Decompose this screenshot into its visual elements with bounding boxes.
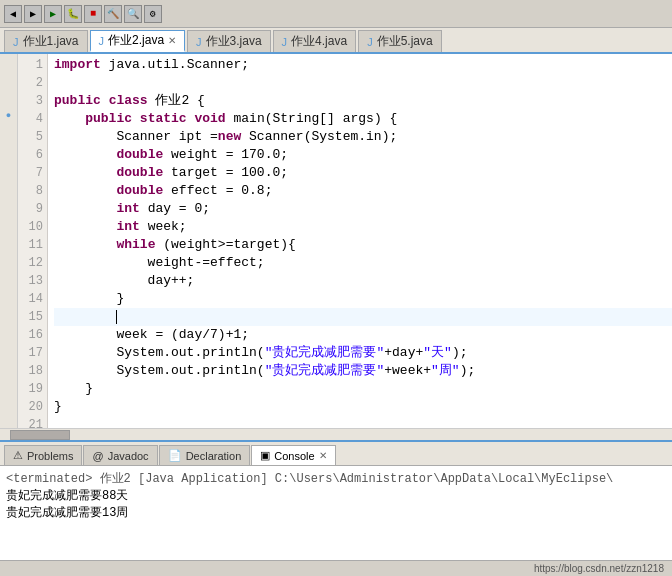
toolbar: ◀ ▶ ▶ 🐛 ■ 🔨 🔍 ⚙ <box>0 0 672 28</box>
toolbar-debug[interactable]: 🐛 <box>64 5 82 23</box>
tab-java2[interactable]: J 作业2.java ✕ <box>90 30 186 52</box>
code-line-16: week = (day/7)+1; <box>54 326 672 344</box>
tab-declaration-label: Declaration <box>186 450 242 462</box>
gutter-row-2 <box>0 72 18 90</box>
tab-problems[interactable]: ⚠ Problems <box>4 445 82 465</box>
gutter-row-1 <box>0 54 18 72</box>
status-bar: https://blog.csdn.net/zzn1218 <box>0 560 672 576</box>
code-editor[interactable]: import java.util.Scanner; public class 作… <box>48 54 672 428</box>
code-line-3: public class 作业2 { <box>54 92 672 110</box>
toolbar-back[interactable]: ◀ <box>4 5 22 23</box>
gutter-row-13 <box>0 268 18 286</box>
java-file-icon-5: J <box>367 36 373 48</box>
code-line-12: weight-=effect; <box>54 254 672 272</box>
tab-java5-label: 作业5.java <box>377 33 433 50</box>
line-numbers: 1 2 3 4 5 6 7 8 9 10 11 12 13 14 15 16 1… <box>18 54 48 428</box>
gutter-row-15 <box>0 303 18 321</box>
horizontal-scrollbar[interactable] <box>0 428 672 440</box>
gutter-row-8 <box>0 179 18 197</box>
gutter-row-6 <box>0 143 18 161</box>
gutter-row-14 <box>0 286 18 304</box>
tab-console-label: Console <box>274 450 314 462</box>
code-line-14: } <box>54 290 672 308</box>
javadoc-icon: @ <box>92 450 103 462</box>
code-line-21 <box>54 416 672 428</box>
console-output-line-2: 贵妃完成减肥需要13周 <box>6 504 666 521</box>
tab-javadoc-label: Javadoc <box>108 450 149 462</box>
code-line-6: double weight = 170.0; <box>54 146 672 164</box>
code-line-13: day++; <box>54 272 672 290</box>
code-line-11: while (weight>=target){ <box>54 236 672 254</box>
java-file-icon-3: J <box>196 36 202 48</box>
editor-gutter: ● <box>0 54 18 428</box>
scrollbar-thumb[interactable] <box>10 430 70 440</box>
gutter-row-17 <box>0 339 18 357</box>
code-line-7: double target = 100.0; <box>54 164 672 182</box>
code-line-8: double effect = 0.8; <box>54 182 672 200</box>
declaration-icon: 📄 <box>168 449 182 462</box>
code-line-17: System.out.println("贵妃完成减肥需要"+day+"天"); <box>54 344 672 362</box>
problems-icon: ⚠ <box>13 449 23 462</box>
gutter-row-9 <box>0 197 18 215</box>
code-line-1: import java.util.Scanner; <box>54 56 672 74</box>
gutter-row-11 <box>0 232 18 250</box>
editor-container: ● 1 2 3 4 5 6 7 8 9 10 11 12 13 14 15 16 <box>0 54 672 428</box>
console-icon: ▣ <box>260 449 270 462</box>
gutter-row-3 <box>0 90 18 108</box>
code-line-10: int week; <box>54 218 672 236</box>
code-line-2 <box>54 74 672 92</box>
gutter-row-12 <box>0 250 18 268</box>
status-url: https://blog.csdn.net/zzn1218 <box>534 563 664 574</box>
tab-java1-label: 作业1.java <box>23 33 79 50</box>
tab-java5[interactable]: J 作业5.java <box>358 30 442 52</box>
toolbar-forward[interactable]: ▶ <box>24 5 42 23</box>
gutter-row-20 <box>0 392 18 410</box>
java-file-icon-2: J <box>99 35 105 47</box>
console-close-icon[interactable]: ✕ <box>319 450 327 461</box>
gutter-row-19 <box>0 375 18 393</box>
gutter-row-18 <box>0 357 18 375</box>
tab-java3-label: 作业3.java <box>206 33 262 50</box>
console-terminated-line: <terminated> 作业2 [Java Application] C:\U… <box>6 470 666 487</box>
toolbar-run[interactable]: ▶ <box>44 5 62 23</box>
tab-console[interactable]: ▣ Console ✕ <box>251 445 335 465</box>
tab-java3[interactable]: J 作业3.java <box>187 30 271 52</box>
toolbar-settings[interactable]: ⚙ <box>144 5 162 23</box>
tab-declaration[interactable]: 📄 Declaration <box>159 445 251 465</box>
tab-javadoc[interactable]: @ Javadoc <box>83 445 157 465</box>
code-line-18: System.out.println("贵妃完成减肥需要"+week+"周"); <box>54 362 672 380</box>
gutter-row-4: ● <box>0 107 18 125</box>
editor-tab-bar: J 作业1.java J 作业2.java ✕ J 作业3.java J 作业4… <box>0 28 672 54</box>
bottom-tab-bar: ⚠ Problems @ Javadoc 📄 Declaration ▣ Con… <box>0 442 672 466</box>
toolbar-build[interactable]: 🔨 <box>104 5 122 23</box>
gutter-row-7 <box>0 161 18 179</box>
java-file-icon: J <box>13 36 19 48</box>
gutter-row-5 <box>0 125 18 143</box>
toolbar-search[interactable]: 🔍 <box>124 5 142 23</box>
gutter-row-21 <box>0 410 18 428</box>
tab-java2-close[interactable]: ✕ <box>168 35 176 46</box>
tab-java4-label: 作业4.java <box>291 33 347 50</box>
toolbar-stop[interactable]: ■ <box>84 5 102 23</box>
code-line-5: Scanner ipt =new Scanner(System.in); <box>54 128 672 146</box>
tab-java4[interactable]: J 作业4.java <box>273 30 357 52</box>
tab-problems-label: Problems <box>27 450 73 462</box>
java-file-icon-4: J <box>282 36 288 48</box>
gutter-row-10 <box>0 214 18 232</box>
code-line-15 <box>54 308 672 326</box>
code-line-20: } <box>54 398 672 416</box>
console-output-area: <terminated> 作业2 [Java Application] C:\U… <box>0 466 672 560</box>
console-output-line-1: 贵妃完成减肥需要88天 <box>6 487 666 504</box>
code-line-19: } <box>54 380 672 398</box>
bottom-panel: ⚠ Problems @ Javadoc 📄 Declaration ▣ Con… <box>0 440 672 560</box>
tab-java2-label: 作业2.java <box>108 32 164 49</box>
code-line-4: public static void main(String[] args) { <box>54 110 672 128</box>
code-line-9: int day = 0; <box>54 200 672 218</box>
gutter-row-16 <box>0 321 18 339</box>
tab-java1[interactable]: J 作业1.java <box>4 30 88 52</box>
